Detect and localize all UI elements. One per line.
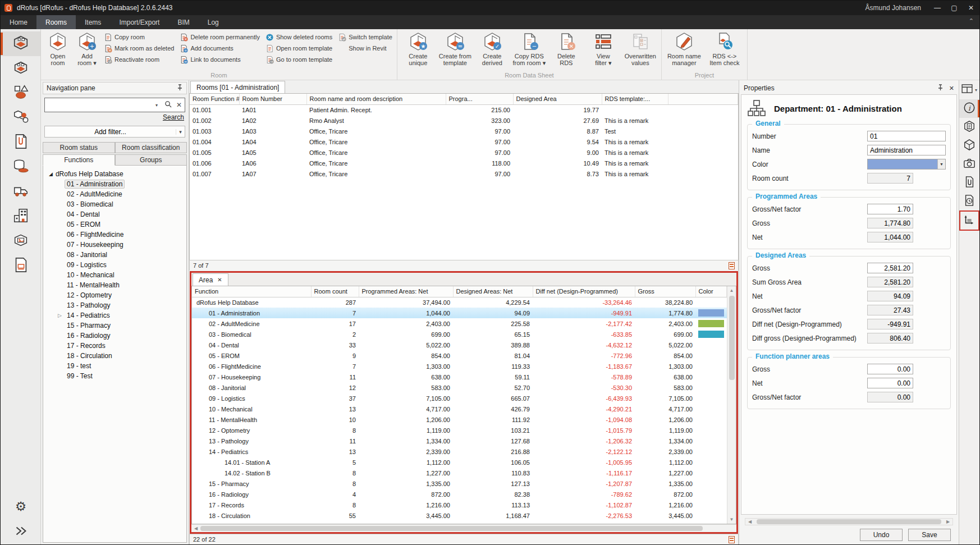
save-button[interactable]: Save [908, 529, 951, 541]
collapse-ribbon-icon[interactable]: ⌃ [969, 17, 974, 25]
tree-item[interactable]: 08 - Janitorial [43, 250, 186, 260]
close-panel-icon[interactable]: ✕ [949, 85, 954, 92]
area-row[interactable]: 12 - Optometry 8 1,119.00 103.21 -1,015.… [192, 425, 727, 436]
ribbon-small-button[interactable]: Open room template [263, 44, 335, 53]
room-row[interactable]: 01.0021A02Rmo Analyst 323.0027.69 This i… [190, 115, 738, 126]
pin-icon[interactable] [177, 84, 183, 93]
property-value-field[interactable]: Administration [867, 145, 946, 155]
area-row[interactable]: 02 - AdultMedicine 17 2,403.00 225.58 -2… [192, 318, 727, 329]
area-horizontal-scrollbar[interactable]: ◀ [191, 524, 736, 532]
property-value-field[interactable]: 2,581.20 [867, 263, 913, 273]
minimize-button[interactable]: — [929, 1, 946, 15]
tree-item[interactable]: 09 - Logistics [43, 260, 186, 270]
room-row[interactable]: 01.0061A06Office, Tricare 118.0010.49 Th… [190, 158, 738, 168]
tree-item[interactable]: 10 - Mechanical [43, 270, 186, 280]
menu-tab[interactable]: Log [199, 15, 228, 29]
col-room-number[interactable]: Room Number [239, 94, 306, 104]
sidebar-item-products[interactable] [1, 229, 40, 254]
area-row[interactable]: dRofus Help Database 287 37,494.00 4,229… [192, 297, 727, 308]
chevron-down-icon[interactable]: ▼ [937, 159, 945, 169]
area-row[interactable]: 08 - Janitorial 12 583.00 52.70 -530.30 … [192, 382, 727, 393]
expander-icon[interactable]: ◢ [49, 171, 53, 177]
ribbon-big-button[interactable]: Openroom [43, 30, 72, 71]
area-row[interactable]: 19 - test 1 0.00 0.00 0.00 0.00 [192, 521, 727, 524]
tree-item[interactable]: 12 - Optometry [43, 290, 186, 300]
menu-tab[interactable]: BIM [168, 15, 198, 29]
tree-item[interactable]: 11 - MentalHealth [43, 280, 186, 290]
col-gross[interactable]: Gross [635, 286, 695, 297]
col-function[interactable]: Function [192, 286, 311, 297]
area-tab[interactable]: Area ✕ [193, 273, 228, 286]
tree-root[interactable]: ◢ dRofus Help Database [43, 169, 186, 179]
tab-history[interactable] [959, 192, 979, 210]
tree-item[interactable]: 06 - FlightMedicine [43, 230, 186, 240]
sidebar-item-logistics[interactable] [1, 180, 40, 204]
scrollbar-thumb[interactable] [757, 519, 941, 524]
nav-tab[interactable]: Functions [43, 154, 115, 166]
area-row[interactable]: 14.01 - Station A 5 1,112.00 106.05 -1,0… [192, 457, 727, 468]
search-icon[interactable] [162, 100, 173, 109]
scroll-left-icon[interactable]: ◀ [745, 519, 754, 524]
nav-tab[interactable]: Groups [115, 154, 187, 166]
area-row[interactable]: 06 - FlightMedicine 7 1,303.00 119.33 -1… [192, 361, 727, 372]
ribbon-small-button[interactable]: Show in Revit [336, 44, 395, 53]
scrollbar-thumb[interactable] [729, 296, 735, 380]
tab-images[interactable] [959, 155, 979, 173]
area-row[interactable]: 15 - Pharmacy 8 1,335.00 127.13 -1,207.8… [192, 478, 727, 489]
area-row[interactable]: 04 - Dental 33 5,022.00 389.88 -4,632.12… [192, 340, 727, 350]
ribbon-big-button[interactable]: − Copy RDSfrom room ▾ [511, 30, 548, 71]
area-row[interactable]: 14 - Pediatrics 13 2,339.00 216.88 -2,12… [192, 446, 727, 457]
clear-search-icon[interactable]: ✕ [173, 101, 185, 109]
tree-item[interactable]: 19 - test [43, 361, 186, 371]
ribbon-small-button[interactable]: ⇄Switch template [336, 33, 395, 42]
tree-item[interactable]: 02 - AdultMedicine [43, 189, 186, 199]
ribbon-big-button[interactable]: ✓ Createderived [474, 30, 511, 71]
menu-tab[interactable]: Rooms [36, 15, 76, 29]
color-dropdown[interactable]: ▼ [867, 159, 946, 170]
ribbon-big-button[interactable]: = Create fromtemplate [437, 30, 474, 71]
tree-item[interactable]: 07 - Housekeeping [43, 240, 186, 250]
scroll-up-icon[interactable]: ▲ [730, 286, 734, 295]
sidebar-item-documents[interactable] [1, 130, 40, 155]
tab-info[interactable]: i [959, 99, 979, 118]
col-programmed-net[interactable]: Programmed Areas: Net [359, 286, 453, 297]
area-row[interactable]: 09 - Logistics 37 7,105.00 665.07 -6,439… [192, 393, 727, 404]
ribbon-small-button[interactable]: Copy room [102, 33, 176, 42]
rooms-tab[interactable]: Rooms [01 - Administration] [190, 81, 285, 93]
sidebar-item-room-list[interactable] [1, 56, 40, 81]
col-room-count[interactable]: Room count [311, 286, 359, 297]
tab-areas-annotated[interactable] [959, 210, 979, 231]
ribbon-small-button[interactable]: ∞Link to documents [177, 55, 262, 64]
room-row[interactable]: 01.0071A07Office, Tricare 97.008.73 This… [190, 168, 738, 179]
scrollbar-thumb[interactable] [200, 526, 703, 531]
col-room-function[interactable]: Room Function #: [190, 94, 239, 104]
add-filter-button[interactable]: Add filter... ▾ [44, 126, 185, 138]
tree-item[interactable]: 15 - Pharmacy [43, 320, 186, 331]
scroll-right-icon[interactable]: ▶ [944, 519, 952, 524]
room-row[interactable]: 01.0051A05Office, Tricare 97.009.00 This… [190, 147, 738, 158]
tree-item[interactable]: 99 - Test [43, 371, 186, 381]
col-designed-area[interactable]: Designed Area [513, 94, 602, 104]
area-row[interactable]: 07 - Housekeeping 11 638.00 59.11 -578.8… [192, 372, 727, 382]
area-row[interactable]: 13 - Pathology 11 1,334.00 127.68 -1,206… [192, 436, 727, 446]
area-row[interactable]: 03 - Biomedical 2 699.00 65.15 -633.85 6… [192, 329, 727, 340]
ribbon-big-button[interactable]: Viewfilter ▾ [585, 30, 622, 71]
col-color[interactable]: Color [695, 286, 727, 297]
nav-tab[interactable]: Room status [43, 142, 115, 153]
tab-model[interactable] [959, 136, 979, 155]
chevron-down-icon[interactable]: ▾ [151, 103, 162, 108]
property-value-field[interactable]: 1.70 [867, 204, 913, 214]
property-value-field[interactable]: 0.00 [867, 364, 913, 374]
tree-item[interactable]: 05 - EROM [43, 219, 186, 230]
search-input[interactable] [45, 101, 151, 109]
area-row[interactable]: 05 - EROM 9 854.00 81.04 -772.96 854.00 [192, 350, 727, 361]
tree-item[interactable]: 03 - Biomedical [43, 199, 186, 209]
ribbon-small-button[interactable]: +Add documents [177, 44, 262, 53]
area-row[interactable]: 11 - MentalHealth 10 1,206.00 111.92 -1,… [192, 414, 727, 425]
menu-tab[interactable]: Import/Export [110, 15, 168, 29]
nav-tab[interactable]: Room classification [115, 142, 187, 153]
ribbon-big-button[interactable]: + Addroom ▾ [72, 30, 102, 71]
area-row[interactable]: 14.02 - Station B 8 1,227.00 110.83 -1,1… [192, 468, 727, 478]
ribbon-small-button[interactable]: ✕Mark room as deleted [102, 44, 176, 53]
settings-button[interactable]: ⚙ [1, 495, 40, 520]
